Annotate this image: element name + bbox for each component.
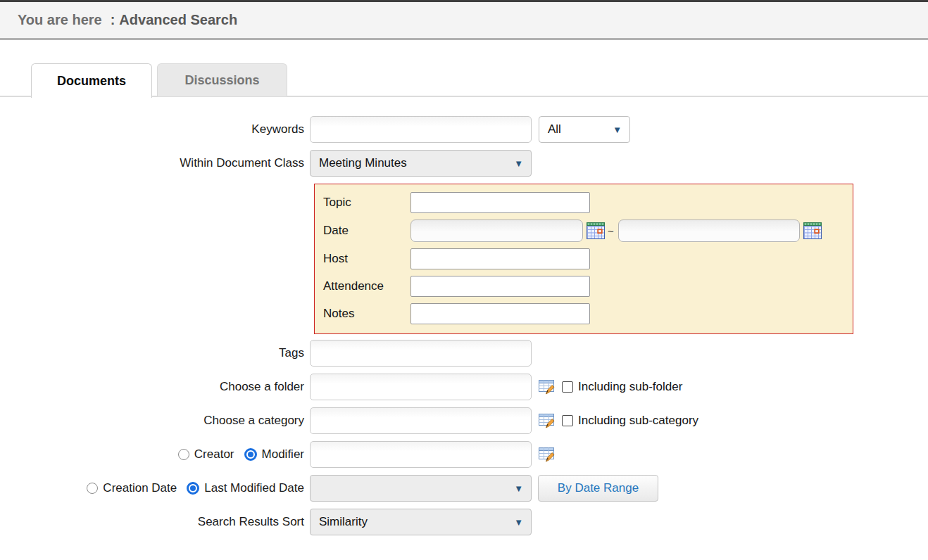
- category-picker-table-edit-icon[interactable]: [539, 414, 556, 428]
- chevron-down-icon: ▼: [613, 125, 622, 134]
- document-class-select[interactable]: Meeting Minutes ▼: [310, 150, 532, 177]
- advanced-search-form: Keywords All ▼ Within Document Class Mee…: [0, 116, 928, 542]
- include-subcategory-label: Including sub-category: [578, 414, 698, 428]
- calendar-icon[interactable]: [587, 222, 605, 239]
- folder-picker-table-edit-icon[interactable]: [539, 380, 556, 395]
- chevron-down-icon: ▼: [514, 159, 523, 168]
- tags-label: Tags: [0, 346, 310, 360]
- document-class-row: Within Document Class Meeting Minutes ▼: [0, 150, 928, 177]
- breadcrumb: You are here : Advanced Search: [0, 0, 928, 40]
- document-class-label: Within Document Class: [0, 156, 310, 170]
- by-date-range-button[interactable]: By Date Range: [538, 475, 658, 502]
- keywords-label: Keywords: [0, 122, 310, 136]
- category-label: Choose a category: [0, 414, 310, 428]
- keywords-row: Keywords All ▼: [0, 116, 928, 143]
- creator-radio[interactable]: [178, 449, 189, 460]
- tags-input[interactable]: [310, 340, 532, 367]
- tab-discussions[interactable]: Discussions: [157, 63, 287, 96]
- date-from-input[interactable]: [410, 219, 583, 242]
- calendar-icon[interactable]: [803, 222, 822, 239]
- keywords-scope-select[interactable]: All ▼: [539, 116, 630, 143]
- keywords-input[interactable]: [310, 116, 532, 143]
- folder-row: Choose a folder Including sub-folder: [0, 374, 928, 400]
- chevron-down-icon: ▼: [514, 484, 523, 493]
- date-filter-row: Creation Date Last Modified Date ▼ By Da…: [0, 475, 928, 502]
- date-to-input[interactable]: [618, 219, 800, 242]
- modifier-radio[interactable]: [244, 448, 257, 461]
- document-class-value: Meeting Minutes: [319, 156, 407, 170]
- tab-bar: Documents Discussions: [31, 63, 287, 98]
- host-input[interactable]: [410, 248, 590, 269]
- date-range-separator: ~: [608, 225, 614, 237]
- chevron-down-icon: ▼: [514, 518, 523, 527]
- category-input[interactable]: [310, 407, 532, 434]
- topic-input[interactable]: [410, 192, 590, 213]
- notes-label: Notes: [323, 307, 410, 321]
- last-modified-date-radio-label[interactable]: Last Modified Date: [204, 481, 304, 495]
- last-modified-date-radio[interactable]: [187, 482, 199, 495]
- document-class-fields-panel: Topic Date ~: [314, 184, 853, 334]
- include-subfolder-checkbox[interactable]: [562, 381, 573, 393]
- folder-label: Choose a folder: [0, 380, 310, 394]
- attendence-row: Attendence: [323, 276, 844, 297]
- date-label: Date: [323, 224, 410, 238]
- sort-select[interactable]: Similarity ▼: [310, 509, 532, 535]
- topic-row: Topic: [323, 192, 844, 213]
- user-filter-row: Creator Modifier: [0, 441, 928, 468]
- attendence-label: Attendence: [323, 279, 410, 293]
- include-subfolder-label: Including sub-folder: [578, 380, 682, 394]
- breadcrumb-separator: :: [111, 12, 115, 28]
- sort-row: Search Results Sort Similarity ▼: [0, 509, 928, 535]
- creator-radio-label[interactable]: Creator: [194, 447, 234, 462]
- host-row: Host: [323, 248, 844, 269]
- keywords-scope-value: All: [548, 122, 561, 136]
- category-row: Choose a category Including sub-category: [0, 407, 928, 434]
- notes-input[interactable]: [410, 303, 590, 324]
- sort-select-value: Similarity: [319, 515, 368, 529]
- attendence-input[interactable]: [410, 276, 590, 297]
- folder-input[interactable]: [310, 374, 532, 400]
- include-subcategory-checkbox[interactable]: [562, 415, 573, 426]
- user-filter-radios: Creator Modifier: [0, 447, 310, 462]
- modifier-radio-label[interactable]: Modifier: [262, 447, 304, 462]
- page-title: Advanced Search: [119, 12, 237, 28]
- sort-label: Search Results Sort: [0, 515, 310, 529]
- date-row: Date ~: [323, 219, 844, 242]
- date-filter-radios: Creation Date Last Modified Date: [0, 481, 310, 495]
- host-label: Host: [323, 252, 410, 266]
- breadcrumb-prefix: You are here: [18, 12, 102, 28]
- user-picker-table-edit-icon[interactable]: [539, 447, 556, 462]
- topic-label: Topic: [323, 196, 410, 210]
- tab-documents[interactable]: Documents: [31, 63, 152, 98]
- user-input[interactable]: [310, 441, 532, 468]
- tags-row: Tags: [0, 340, 928, 367]
- date-filter-select[interactable]: ▼: [310, 475, 532, 502]
- creation-date-radio[interactable]: [87, 483, 98, 494]
- creation-date-radio-label[interactable]: Creation Date: [103, 481, 177, 495]
- notes-row: Notes: [323, 303, 844, 324]
